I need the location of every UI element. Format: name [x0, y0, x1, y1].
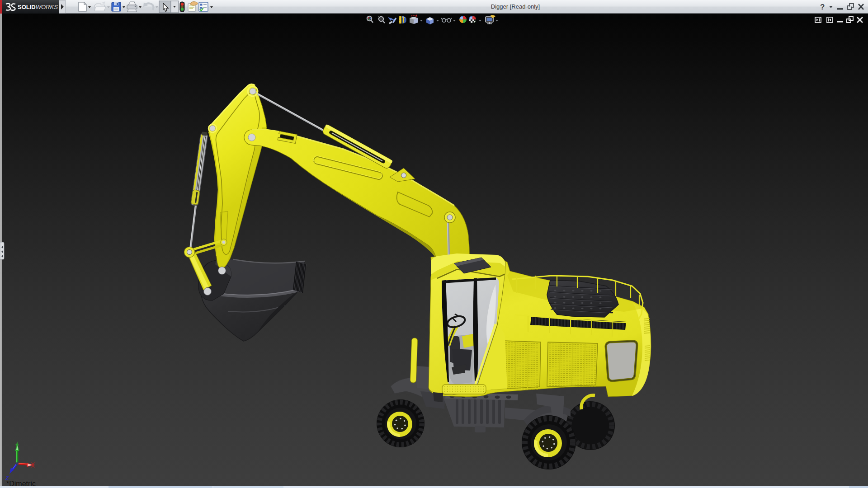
svg-text:Z: Z: [5, 474, 9, 481]
svg-text:?: ?: [820, 3, 825, 11]
svg-text:*Dimetric: *Dimetric: [6, 480, 36, 488]
